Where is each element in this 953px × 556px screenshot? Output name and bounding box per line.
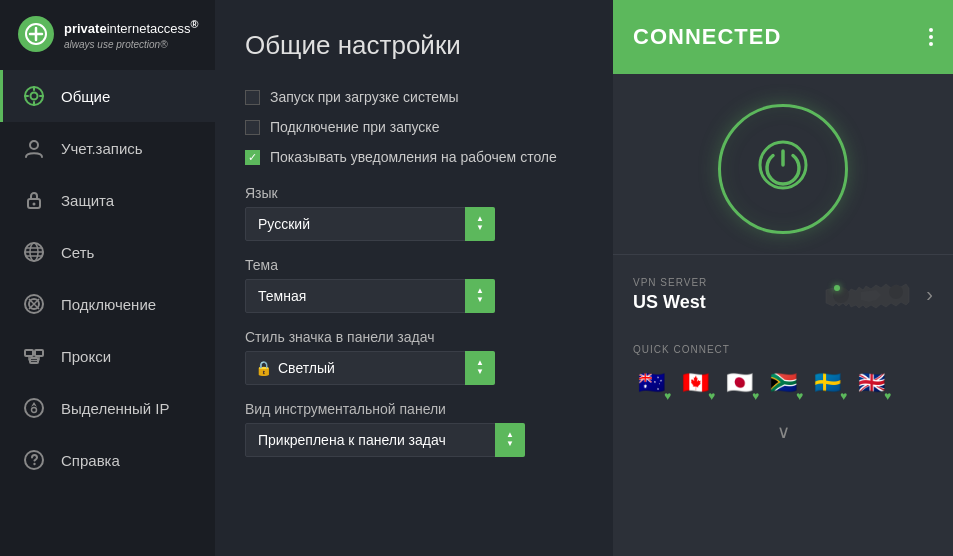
quick-connect-se[interactable]: 🇸🇪 ♥ (809, 365, 845, 401)
sidebar-item-label: Подключение (61, 296, 156, 313)
quick-connect-flags: 🇦🇺 ♥ 🇨🇦 ♥ 🇯🇵 ♥ 🇿🇦 ♥ (633, 365, 933, 401)
vpn-server-label: VPN SERVER (633, 277, 816, 288)
logo-icon (18, 16, 54, 52)
theme-group: Тема Темная ▲ ▼ (245, 257, 583, 313)
scroll-down-section: ∨ (613, 413, 953, 451)
quick-connect-section: QUICK CONNECT 🇦🇺 ♥ 🇨🇦 ♥ 🇯🇵 ♥ (613, 334, 953, 413)
sidebar-item-connection[interactable]: Подключение (0, 278, 215, 330)
checkbox-row-notifications: Показывать уведомления на рабочем столе (245, 145, 583, 169)
user-icon (21, 135, 47, 161)
quick-connect-gb[interactable]: 🇬🇧 ♥ (853, 365, 889, 401)
autoconnect-checkbox[interactable] (245, 120, 260, 135)
notifications-label: Показывать уведомления на рабочем столе (270, 149, 557, 165)
dashboard-view-group: Вид инструментальной панели Прикреплена … (245, 401, 583, 457)
au-heart: ♥ (664, 389, 671, 403)
sidebar: privateinternetaccess® always use protec… (0, 0, 215, 556)
svg-point-7 (30, 141, 38, 149)
checkbox-row-startup: Запуск при загрузке системы (245, 85, 583, 109)
language-select[interactable]: Русский (245, 207, 495, 241)
svg-rect-18 (35, 350, 43, 356)
checkbox-row-autoconnect: Подключение при запуске (245, 115, 583, 139)
right-panel: CONNECTED VPN SERVER US West (613, 0, 953, 556)
brand-tagline: always use protection® (64, 38, 198, 51)
quick-connect-au[interactable]: 🇦🇺 ♥ (633, 365, 669, 401)
language-group: Язык Русский ▲ ▼ (245, 185, 583, 241)
connection-status: CONNECTED (633, 24, 781, 50)
sidebar-item-network[interactable]: Сеть (0, 226, 215, 278)
tray-icon-group: Стиль значка в панели задач 🔒 Светлый ▲ … (245, 329, 583, 385)
quick-connect-jp[interactable]: 🇯🇵 ♥ (721, 365, 757, 401)
scroll-down-button[interactable]: ∨ (777, 421, 790, 443)
sidebar-item-general[interactable]: Общие (0, 70, 215, 122)
logo: privateinternetaccess® always use protec… (0, 0, 215, 70)
gb-heart: ♥ (884, 389, 891, 403)
sidebar-item-label: Сеть (61, 244, 94, 261)
power-button[interactable] (718, 104, 848, 234)
theme-select-wrapper: Темная ▲ ▼ (245, 279, 495, 313)
world-map-container (816, 267, 916, 322)
proxy-icon (21, 343, 47, 369)
ca-flag: 🇨🇦 ♥ (677, 365, 713, 401)
theme-select[interactable]: Темная (245, 279, 495, 313)
svg-point-1 (31, 93, 38, 100)
language-label: Язык (245, 185, 583, 201)
help-icon (21, 447, 47, 473)
sidebar-item-dedicated-ip[interactable]: Выделенный IP (0, 382, 215, 434)
ip-icon (21, 395, 47, 421)
svg-point-26 (33, 463, 35, 465)
main-content: Общие настройки Запуск при загрузке сист… (215, 0, 613, 556)
dashboard-view-select-wrapper: Прикреплена к панели задач ▲ ▼ (245, 423, 525, 457)
tray-icon-prefix: 🔒 (255, 360, 272, 376)
quick-connect-za[interactable]: 🇿🇦 ♥ (765, 365, 801, 401)
settings-icon (21, 83, 47, 109)
au-flag: 🇦🇺 ♥ (633, 365, 669, 401)
page-title: Общие настройки (245, 30, 583, 61)
sidebar-item-label: Учет.запись (61, 140, 143, 157)
sidebar-item-label: Общие (61, 88, 110, 105)
tray-icon-label: Стиль значка в панели задач (245, 329, 583, 345)
vpn-server-info: VPN SERVER US West (633, 277, 816, 313)
power-icon (757, 139, 809, 199)
settings-form: Запуск при загрузке системы Подключение … (245, 85, 583, 457)
globe-icon (21, 291, 47, 317)
vpn-server-chevron[interactable]: › (926, 283, 933, 306)
language-select-wrapper: Русский ▲ ▼ (245, 207, 495, 241)
startup-label: Запуск при загрузке системы (270, 89, 459, 105)
tray-icon-select[interactable]: Светлый (245, 351, 495, 385)
za-heart: ♥ (796, 389, 803, 403)
autoconnect-label: Подключение при запуске (270, 119, 439, 135)
tray-icon-select-wrapper: 🔒 Светлый ▲ ▼ (245, 351, 495, 385)
dashboard-view-select[interactable]: Прикреплена к панели задач (245, 423, 525, 457)
quick-connect-label: QUICK CONNECT (633, 344, 933, 355)
logo-text: privateinternetaccess® always use protec… (64, 17, 198, 51)
vpn-server-section: VPN SERVER US West › (613, 254, 953, 334)
svg-point-9 (33, 203, 36, 206)
sidebar-item-label: Выделенный IP (61, 400, 170, 417)
svg-rect-17 (25, 350, 33, 356)
power-button-area (613, 74, 953, 254)
sidebar-item-privacy[interactable]: Защита (0, 174, 215, 226)
more-options-button[interactable] (929, 28, 933, 46)
vpn-server-name: US West (633, 292, 816, 313)
world-map (821, 270, 911, 320)
za-flag: 🇿🇦 ♥ (765, 365, 801, 401)
startup-checkbox[interactable] (245, 90, 260, 105)
dashboard-view-label: Вид инструментальной панели (245, 401, 583, 417)
se-flag: 🇸🇪 ♥ (809, 365, 845, 401)
gb-flag: 🇬🇧 ♥ (853, 365, 889, 401)
jp-flag: 🇯🇵 ♥ (721, 365, 757, 401)
sidebar-item-help[interactable]: Справка (0, 434, 215, 486)
sidebar-item-label: Справка (61, 452, 120, 469)
theme-label: Тема (245, 257, 583, 273)
svg-point-24 (32, 408, 37, 413)
brand-name: privateinternetaccess® (64, 17, 198, 38)
quick-connect-ca[interactable]: 🇨🇦 ♥ (677, 365, 713, 401)
sidebar-item-account[interactable]: Учет.запись (0, 122, 215, 174)
jp-heart: ♥ (752, 389, 759, 403)
svg-point-29 (889, 285, 903, 299)
connected-header: CONNECTED (613, 0, 953, 74)
notifications-checkbox[interactable] (245, 150, 260, 165)
ca-heart: ♥ (708, 389, 715, 403)
sidebar-item-proxy[interactable]: Прокси (0, 330, 215, 382)
sidebar-item-label: Защита (61, 192, 114, 209)
